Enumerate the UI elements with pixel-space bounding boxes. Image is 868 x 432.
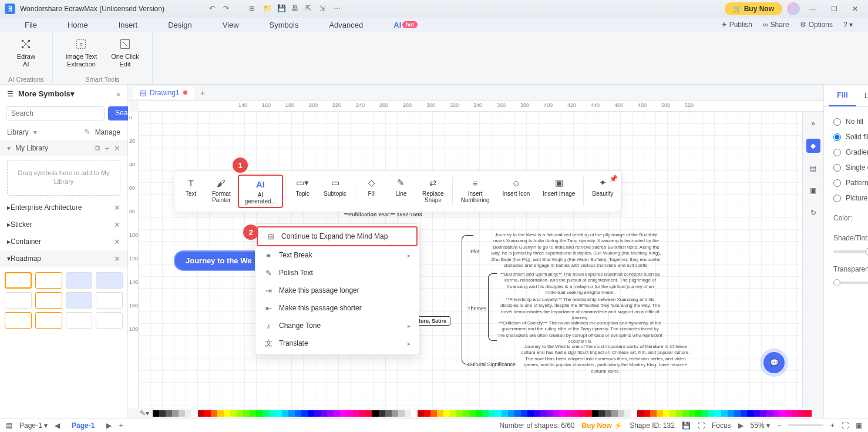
cm-translate[interactable]: 文Translate▸ xyxy=(255,334,419,352)
cm-change-tone[interactable]: ♪Change Tone▸ xyxy=(255,317,419,334)
color-swatch[interactable] xyxy=(521,410,527,417)
color-swatch[interactable] xyxy=(799,410,805,417)
color-swatch[interactable] xyxy=(321,410,327,417)
color-swatch[interactable] xyxy=(346,410,353,417)
color-swatch[interactable] xyxy=(230,410,237,417)
radio-pattern-fill[interactable]: Pattern fill xyxy=(833,175,868,190)
color-swatch[interactable] xyxy=(153,410,159,417)
lib-container[interactable]: ▸ Container✕ xyxy=(0,233,127,250)
ft-insert-numbering[interactable]: ≡InsertNumbering xyxy=(455,175,496,208)
ft-insert-icon[interactable]: ☺Insert Icon xyxy=(497,175,536,208)
color-swatch[interactable] xyxy=(760,410,766,417)
next-page-icon[interactable]: ▶ xyxy=(106,421,112,430)
color-swatch[interactable] xyxy=(773,410,779,417)
color-swatch[interactable] xyxy=(366,410,372,417)
color-swatch[interactable] xyxy=(624,410,631,417)
color-swatch[interactable] xyxy=(217,410,224,417)
prev-page-icon[interactable]: ◀ xyxy=(55,421,60,430)
color-swatch[interactable] xyxy=(179,410,185,417)
zoom-slider[interactable] xyxy=(788,424,823,426)
color-swatch[interactable] xyxy=(657,410,663,417)
theme1-text[interactable]: **Buddhism and Spirituality:** The novel… xyxy=(498,272,662,296)
color-swatch[interactable] xyxy=(469,410,476,417)
focus-icon[interactable]: ⛶ xyxy=(698,421,705,430)
ft-topic[interactable]: ▭▾Topic xyxy=(288,175,317,208)
color-swatch[interactable] xyxy=(256,410,263,417)
color-swatch[interactable] xyxy=(734,410,741,417)
color-swatch[interactable] xyxy=(424,410,430,417)
menu-home[interactable]: Home xyxy=(52,19,103,31)
radio-gradient-fill[interactable]: Gradient fill xyxy=(833,145,868,160)
color-swatch[interactable] xyxy=(644,410,650,417)
close-button[interactable]: ✕ xyxy=(847,2,863,16)
open-icon[interactable]: 📁 xyxy=(263,4,272,14)
expand-right-icon[interactable]: » xyxy=(806,116,820,130)
tab-fill[interactable]: Fill xyxy=(829,85,856,106)
color-swatch[interactable] xyxy=(495,410,502,417)
color-swatch[interactable] xyxy=(489,410,495,417)
chat-bubble-button[interactable]: 💬 xyxy=(763,352,785,373)
thumb-5[interactable] xyxy=(5,292,32,309)
color-swatch[interactable] xyxy=(385,410,392,417)
color-swatch[interactable] xyxy=(566,410,573,417)
color-swatch[interactable] xyxy=(534,410,540,417)
cm-polish-text[interactable]: ✎Polish Text xyxy=(255,264,419,282)
thumb-12[interactable] xyxy=(96,312,123,329)
cm-continue-expand[interactable]: ⊞Continue to Expand the Mind Map xyxy=(257,226,418,246)
close-section-icon[interactable]: ✕ xyxy=(114,144,120,153)
thumb-3[interactable] xyxy=(66,272,93,289)
ft-subtopic[interactable]: ▭Subtopic xyxy=(318,175,352,208)
color-swatch[interactable] xyxy=(275,410,282,417)
color-swatch[interactable] xyxy=(747,410,753,417)
symbol-search-input[interactable] xyxy=(6,106,105,120)
color-swatch[interactable] xyxy=(805,410,812,417)
menu-insert[interactable]: Insert xyxy=(103,19,153,31)
theme3-text[interactable]: **Criticism of Society:** The novel sati… xyxy=(498,320,662,345)
color-swatch[interactable] xyxy=(372,410,379,417)
zoom-out-icon[interactable]: − xyxy=(777,421,781,430)
add-tab-button[interactable]: + xyxy=(194,86,211,100)
pub-year-node[interactable]: **Publication Year:** 1592-1593 xyxy=(344,212,422,219)
color-swatch[interactable] xyxy=(786,410,792,417)
color-swatch[interactable] xyxy=(379,410,385,417)
color-swatch[interactable] xyxy=(456,410,463,417)
thumb-8[interactable] xyxy=(96,292,123,309)
my-library-label[interactable]: My Library xyxy=(15,144,48,152)
thumb-11[interactable] xyxy=(66,312,93,329)
radio-solid-fill[interactable]: Solid fill xyxy=(833,129,868,145)
color-swatch[interactable] xyxy=(573,410,579,417)
color-swatch[interactable] xyxy=(224,410,230,417)
color-swatch[interactable] xyxy=(708,410,715,417)
menu-ai[interactable]: AIhot xyxy=(378,19,433,31)
page-tab[interactable]: Page-1 xyxy=(67,420,99,431)
color-swatch[interactable] xyxy=(204,410,211,417)
transparency-slider[interactable] xyxy=(833,282,868,284)
cm-make-longer[interactable]: ⇥Make this passage longer xyxy=(255,282,419,299)
color-swatch[interactable] xyxy=(547,410,553,417)
help-button[interactable]: ? ▾ xyxy=(843,21,853,29)
status-buy-now[interactable]: Buy Now ⚡ xyxy=(581,421,623,430)
color-swatch[interactable] xyxy=(741,410,747,417)
color-swatch[interactable] xyxy=(237,410,243,417)
color-swatch[interactable] xyxy=(334,410,340,417)
thumb-2[interactable] xyxy=(35,272,62,289)
menu-symbols[interactable]: Symbols xyxy=(254,19,314,31)
color-swatch[interactable] xyxy=(301,410,308,417)
undo-icon[interactable]: ↶ xyxy=(209,4,218,14)
color-swatch[interactable] xyxy=(637,410,644,417)
color-swatch[interactable] xyxy=(314,410,321,417)
fullscreen-icon[interactable]: ▣ xyxy=(856,421,862,430)
menu-file[interactable]: File xyxy=(9,19,52,31)
pages-icon[interactable]: ▤ xyxy=(6,421,12,430)
genre-node[interactable]: ture, Satire xyxy=(415,316,450,326)
color-swatch[interactable] xyxy=(359,410,366,417)
radio-picture-fill[interactable]: Picture or texture fill xyxy=(833,190,868,206)
publish-button[interactable]: ✈ Publish xyxy=(721,21,752,29)
color-swatch[interactable] xyxy=(676,410,682,417)
fit-icon[interactable]: ⛶ xyxy=(842,421,849,430)
root-node[interactable]: Journey to the We xyxy=(174,250,263,271)
color-swatch[interactable] xyxy=(579,410,586,417)
color-swatch[interactable] xyxy=(159,410,166,417)
duplicate-icon[interactable]: ⧉ xyxy=(95,143,100,153)
one-click-edit-button[interactable]: One ClickEdit xyxy=(106,35,144,71)
